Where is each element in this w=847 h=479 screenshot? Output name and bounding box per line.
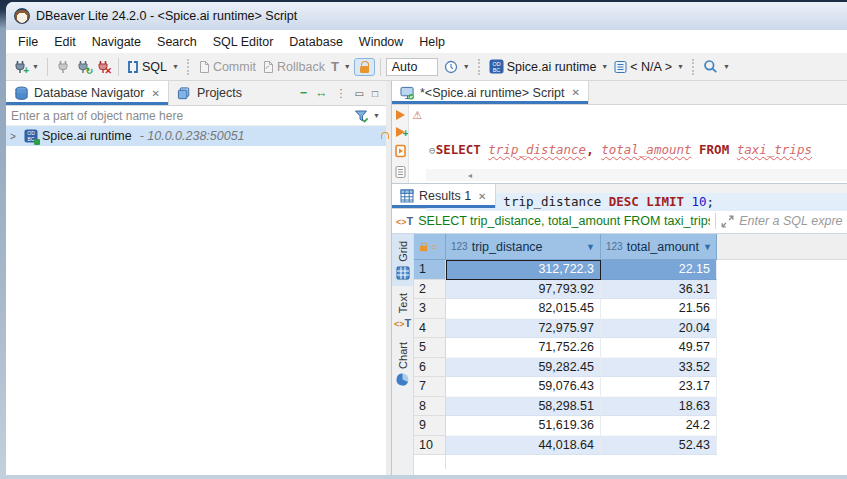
disconnect-button[interactable]: ✕: [93, 58, 113, 76]
chevron-down-icon[interactable]: ▼: [172, 63, 179, 70]
plug-icon: [56, 60, 70, 74]
chevron-down-icon[interactable]: ▼: [723, 63, 730, 70]
fold-minus-icon[interactable]: ⊖: [429, 144, 436, 157]
transaction-log-button[interactable]: ▼: [441, 58, 473, 76]
table-row[interactable]: 6 59,282.45 33.52: [414, 358, 847, 378]
active-connection-selector[interactable]: ODBC Spice.ai runtime ▼: [486, 57, 612, 76]
cell-total-amount[interactable]: 21.56: [601, 299, 717, 319]
chevron-down-icon[interactable]: ▼: [32, 63, 39, 70]
toolbar-group-handle: [478, 59, 481, 75]
menu-database[interactable]: Database: [281, 32, 351, 52]
rollback-button[interactable]: Rollback: [259, 58, 328, 76]
menu-navigate[interactable]: Navigate: [84, 32, 149, 52]
table-row[interactable]: 4 72,975.97 20.04: [414, 319, 847, 339]
chevron-down-icon[interactable]: ▼: [677, 63, 684, 70]
chevron-down-icon[interactable]: ▼: [373, 112, 380, 119]
cell-total-amount[interactable]: 23.17: [601, 377, 717, 397]
cell-trip-distance[interactable]: 58,298.51: [446, 397, 601, 417]
chevron-down-icon[interactable]: ▼: [601, 63, 608, 70]
row-number[interactable]: 3: [414, 299, 446, 319]
connection-lock-button[interactable]: [354, 58, 375, 76]
toolbar-group-handle: [692, 59, 695, 75]
expander-icon[interactable]: >: [10, 131, 20, 142]
row-number[interactable]: 2: [414, 280, 446, 300]
execute-statement-button[interactable]: [396, 110, 405, 120]
close-icon[interactable]: ✕: [151, 88, 159, 99]
tab-grid[interactable]: Grid: [392, 234, 413, 286]
tab-projects[interactable]: Projects: [169, 81, 250, 105]
row-number[interactable]: 4: [414, 319, 446, 339]
reconnect-button[interactable]: ↻: [73, 58, 93, 76]
table-row[interactable]: 8 58,298.51 18.63: [414, 397, 847, 417]
row-number[interactable]: 1: [414, 260, 446, 280]
new-connection-button[interactable]: + ▼: [10, 58, 42, 76]
cell-trip-distance[interactable]: 51,619.36: [446, 416, 601, 436]
table-row[interactable]: 10 44,018.64 52.43: [414, 436, 847, 456]
cell-trip-distance[interactable]: 59,076.43: [446, 377, 601, 397]
cell-total-amount[interactable]: 22.15: [601, 260, 717, 280]
cell-total-amount[interactable]: 52.43: [601, 436, 717, 456]
editor-horizontal-scrollbar[interactable]: ◂: [426, 169, 847, 181]
window-title: DBeaver Lite 24.2.0 - <Spice.ai runtime>…: [36, 9, 297, 23]
table-row[interactable]: 2 97,793.92 36.31: [414, 280, 847, 300]
collapse-all-icon[interactable]: −: [300, 86, 307, 100]
maximize-panel-icon[interactable]: □: [372, 88, 378, 99]
tab-database-navigator[interactable]: Database Navigator ✕: [6, 81, 169, 105]
tab-text[interactable]: Text <>T: [392, 286, 413, 335]
menu-edit[interactable]: Edit: [46, 32, 84, 52]
table-row[interactable]: 7 59,076.43 23.17: [414, 377, 847, 397]
minimize-panel-icon[interactable]: ▭: [355, 88, 364, 99]
cell-trip-distance[interactable]: 71,752.26: [446, 338, 601, 358]
chevron-down-icon[interactable]: ▼: [344, 63, 351, 70]
chevron-down-icon[interactable]: ▼: [463, 63, 470, 70]
tab-results-1[interactable]: Results 1 ✕: [392, 184, 496, 208]
cell-trip-distance[interactable]: 82,015.45: [446, 299, 601, 319]
connect-button[interactable]: [53, 58, 73, 76]
commit-button[interactable]: Commit: [195, 58, 259, 76]
cell-total-amount[interactable]: 20.04: [601, 319, 717, 339]
object-filter-input[interactable]: [6, 107, 354, 125]
active-schema-selector[interactable]: < N/A > ▼: [611, 58, 687, 76]
cell-total-amount[interactable]: 36.31: [601, 280, 717, 300]
row-number[interactable]: 7: [414, 377, 446, 397]
cell-total-amount[interactable]: 18.63: [601, 397, 717, 417]
row-number[interactable]: 5: [414, 338, 446, 358]
execute-new-tab-button[interactable]: +: [396, 127, 405, 137]
sql-editor-button[interactable]: SQL ▼: [124, 58, 182, 76]
menu-window[interactable]: Window: [351, 32, 411, 52]
explain-plan-icon[interactable]: [394, 165, 407, 179]
table-row[interactable]: 9 51,619.36 24.2: [414, 416, 847, 436]
cell-trip-distance[interactable]: 312,722.3: [446, 260, 601, 280]
table-row[interactable]: 1 312,722.3 22.15: [414, 260, 847, 280]
execute-script-icon[interactable]: [394, 144, 407, 158]
tab-script-editor[interactable]: *<Spice.ai runtime> Script ✕: [392, 81, 589, 104]
view-menu-icon[interactable]: ⋮: [336, 87, 347, 100]
tab-chart[interactable]: Chart: [392, 335, 413, 392]
commit-mode-field[interactable]: Auto: [386, 58, 438, 76]
table-row[interactable]: 3 82,015.45 21.56: [414, 299, 847, 319]
cell-trip-distance[interactable]: 97,793.92: [446, 280, 601, 300]
row-number[interactable]: 6: [414, 358, 446, 378]
link-with-editor-icon[interactable]: ↔: [315, 86, 328, 100]
scroll-left-icon[interactable]: ◂: [468, 171, 472, 180]
menu-file[interactable]: File: [10, 32, 46, 52]
transaction-mode-button[interactable]: T ▼: [328, 57, 354, 76]
tree-item-connection[interactable]: > ODBC Spice.ai runtime - 10.0.0.238:500…: [6, 126, 386, 146]
cell-trip-distance[interactable]: 44,018.64: [446, 436, 601, 456]
row-number[interactable]: 10: [414, 436, 446, 456]
row-number[interactable]: 8: [414, 397, 446, 417]
close-icon[interactable]: ✕: [478, 191, 486, 202]
cell-trip-distance[interactable]: 72,975.97: [446, 319, 601, 339]
close-icon[interactable]: ✕: [572, 87, 580, 98]
filter-funnel-icon[interactable]: [354, 109, 369, 123]
cell-total-amount[interactable]: 33.52: [601, 358, 717, 378]
cell-total-amount[interactable]: 24.2: [601, 416, 717, 436]
cell-total-amount[interactable]: 49.57: [601, 338, 717, 358]
menu-help[interactable]: Help: [411, 32, 453, 52]
row-number[interactable]: 9: [414, 416, 446, 436]
table-row[interactable]: 5 71,752.26 49.57: [414, 338, 847, 358]
menu-sql-editor[interactable]: SQL Editor: [205, 32, 282, 52]
search-button[interactable]: ▼: [700, 57, 733, 76]
menu-search[interactable]: Search: [149, 32, 205, 52]
cell-trip-distance[interactable]: 59,282.45: [446, 358, 601, 378]
